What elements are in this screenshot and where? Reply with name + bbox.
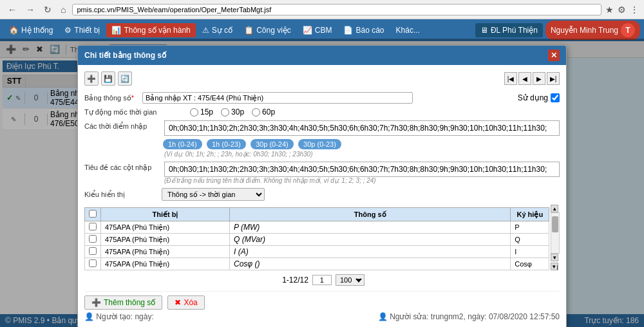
hint2: (Để trắng nếu trùng tên thời điểm. Không… (164, 177, 560, 184)
prev-page-btn[interactable]: ◀ (518, 72, 531, 85)
su-co-icon: ⚠ (202, 26, 209, 35)
home-button[interactable]: ⌂ (58, 3, 68, 16)
modal-refresh-btn[interactable]: 🔄 (118, 71, 132, 86)
nav-cbm[interactable]: 📈 CBM (298, 23, 337, 37)
tu-dong-row: Tự động mốc thời gian 15p 30p 60p (84, 107, 560, 117)
row-param-0: P (MW) (230, 221, 511, 234)
radio-15p[interactable]: 15p (190, 107, 213, 117)
modal-add-btn[interactable]: ➕ (84, 71, 99, 86)
modal-body: ➕ 💾 🔄 |◀ ◀ ▶ ▶| Bảng thông số Sử dụn (78, 65, 566, 321)
first-page-btn[interactable]: |◀ (504, 72, 517, 85)
thiet-bi-icon: ⚙ (64, 26, 71, 35)
bookmark-button[interactable]: ★ (605, 5, 614, 15)
select-all-checkbox[interactable] (89, 210, 97, 218)
modal-header: Chi tiết bảng thông số ✕ (78, 46, 566, 65)
pagination-range: 1-12/12 (282, 276, 308, 285)
thoi-diem-content: 0h;0h30;1h;1h30;2h;2h30;3h;3h30;4h;4h30;… (162, 120, 560, 158)
kieu-hien-thi-select[interactable]: Thông số -> thời gian (162, 188, 265, 201)
modal-footer-actions: ➕ Thêm thông số ✖ Xóa (84, 291, 560, 310)
row-symbol-1: Q (511, 234, 549, 246)
xoa-button[interactable]: ✖ Xóa (167, 295, 204, 310)
last-page-btn[interactable]: ▶| (547, 72, 560, 85)
forward-button[interactable]: → (23, 3, 37, 16)
row-check-2 (85, 246, 101, 258)
thoi-diem-row: Các thời điểm nhập 0h;0h30;1h;1h30;2h;2h… (84, 120, 560, 158)
refresh-button[interactable]: ↻ (41, 3, 54, 16)
creator-person-icon: 👤 (84, 312, 94, 321)
nav-right: 🖥 ĐL Phú Thiện Nguyễn Minh Trung T (475, 21, 640, 40)
add-icon: ➕ (91, 298, 101, 307)
row-param-3: Cosφ () (230, 258, 511, 270)
nav-user[interactable]: Nguyễn Minh Trung T (545, 21, 640, 40)
th-check (85, 208, 101, 221)
nav-thiet-bi[interactable]: ⚙ Thiết bị (59, 23, 105, 37)
back-button[interactable]: ← (5, 3, 19, 16)
nav-he-thong[interactable]: 🏠 Hệ thống (4, 23, 58, 37)
bang-thong-so-row: Bảng thông số Sử dụng (84, 92, 560, 104)
nav-khac[interactable]: Khác... (391, 23, 425, 37)
th-param: Thông số (230, 208, 511, 221)
su-dung-label: Sử dụng (518, 93, 548, 102)
menu-button[interactable]: ⋮ (630, 5, 639, 15)
time-btn-1h-23[interactable]: 1h (0-23) (207, 139, 246, 149)
thong-so-icon: 📊 (111, 26, 121, 35)
bang-thong-so-label: Bảng thông số (84, 94, 142, 102)
kieu-hien-thi-label: Kiểu hiển thị (84, 191, 162, 199)
time-btn-1h-24[interactable]: 1h (0-24) (163, 139, 202, 149)
row-check-0 (85, 221, 101, 234)
radio-60p[interactable]: 60p (252, 107, 275, 117)
next-page-btn[interactable]: ▶ (533, 72, 545, 85)
browser-bar: ← → ↻ ⌂ ★ ⚙ ⋮ (0, 0, 644, 19)
user-avatar: T (621, 23, 635, 37)
scrollbar-area: ▲ ▼ ▼| (551, 205, 560, 270)
row-device-2: 475APA (Phú Thiện) (101, 246, 230, 258)
nav-thong-so-van-hanh[interactable]: 📊 Thông số vận hành (106, 23, 195, 37)
modal-nav-right: |◀ ◀ ▶ ▶| (504, 72, 560, 85)
thoi-diem-label: Các thời điểm nhập (84, 120, 162, 131)
radio-group: 15p 30p 60p (190, 107, 275, 117)
url-bar[interactable] (72, 4, 601, 15)
per-page-select[interactable]: 1005025 (336, 274, 365, 286)
modal-overlay: Chi tiết bảng thông số ✕ ➕ 💾 🔄 |◀ ◀ ▶ ▶| (0, 39, 644, 321)
table-row: 475APA (Phú Thiện) Cosφ () Cosφ (85, 258, 549, 270)
kieu-hien-thi-row: Kiểu hiển thị Thông số -> thời gian (84, 188, 560, 201)
tieu-de-box: 0h;0h30;1h;1h30;2h;2h30;3h;3h30;4h;4h30;… (164, 162, 560, 177)
scroll-up-btn[interactable]: ▲ (551, 205, 558, 212)
modal: Chi tiết bảng thông số ✕ ➕ 💾 🔄 |◀ ◀ ▶ ▶| (77, 45, 567, 321)
nav-su-co[interactable]: ⚠ Sự cố (197, 23, 238, 37)
he-thong-icon: 🏠 (9, 26, 19, 35)
main-layout: Điện lực Phú T. STT ✓ ✎ 0 Bảng nhập XT :… (0, 58, 644, 321)
table-row: 475APA (Phú Thiện) Q (MVar) Q (85, 234, 549, 246)
time-btn-30p-23[interactable]: 30p (0-23) (298, 139, 341, 149)
hint1: (Ví dụ: 0h; 1h; 2h; ; 23h, hoặc: 0h30; 1… (164, 151, 560, 158)
creator-info: 👤 Người tạo: ngày: (84, 312, 154, 321)
bang-thong-so-input[interactable] (142, 92, 413, 104)
row-device-1: 475APA (Phú Thiện) (101, 234, 230, 246)
row-device-0: 475APA (Phú Thiện) (101, 221, 230, 234)
modal-title: Chi tiết bảng thông số (84, 51, 166, 60)
nav-cong-viec[interactable]: 📋 Công việc (239, 23, 296, 37)
tieu-de-row: Tiêu đề các cột nhập 0h;0h30;1h;1h30;2h;… (84, 162, 560, 184)
time-btns-row: 1h (0-24) 1h (0-23) 30p (0-24) 30p (0-23… (162, 138, 560, 151)
them-thong-so-button[interactable]: ➕ Thêm thông số (84, 295, 162, 310)
nav-bao-cao[interactable]: 📄 Báo cáo (338, 23, 389, 37)
row-param-2: I (A) (230, 246, 511, 258)
bao-cao-icon: 📄 (343, 26, 353, 35)
modal-toolbar: ➕ 💾 🔄 |◀ ◀ ▶ ▶| (84, 71, 560, 86)
scrollbar-thumb[interactable] (552, 216, 558, 232)
extension-button[interactable]: ⚙ (618, 5, 626, 15)
tieu-de-label: Tiêu đề các cột nhập (84, 162, 162, 172)
modal-save-btn[interactable]: 💾 (101, 71, 115, 86)
region-icon: 🖥 (480, 26, 488, 35)
time-btn-30p-24[interactable]: 30p (0-24) (251, 139, 294, 149)
scroll-down-btn[interactable]: ▼ (551, 254, 558, 261)
th-device: Thiết bị (101, 208, 230, 221)
delete-icon: ✖ (175, 298, 181, 307)
scroll-last-btn[interactable]: ▼| (551, 263, 558, 270)
row-param-1: Q (MVar) (230, 234, 511, 246)
radio-30p[interactable]: 30p (221, 107, 244, 117)
page-input[interactable] (312, 275, 332, 285)
su-dung-checkbox[interactable] (551, 93, 560, 102)
modal-close-button[interactable]: ✕ (548, 50, 560, 61)
nav-region[interactable]: 🖥 ĐL Phú Thiện (475, 23, 543, 37)
